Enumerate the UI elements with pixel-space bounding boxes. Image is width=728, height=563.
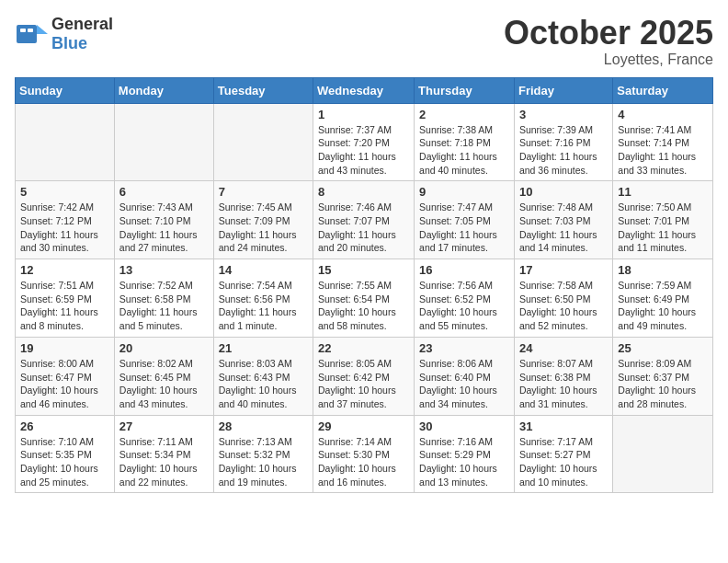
- calendar-cell: [16, 103, 115, 181]
- calendar-cell: 14Sunrise: 7:54 AMSunset: 6:56 PMDayligh…: [213, 259, 313, 338]
- calendar-cell: 22Sunrise: 8:05 AMSunset: 6:42 PMDayligh…: [313, 337, 415, 415]
- svg-rect-3: [28, 29, 33, 32]
- calendar-cell: 30Sunrise: 7:16 AMSunset: 5:29 PMDayligh…: [415, 415, 515, 493]
- day-info: Sunrise: 7:14 AMSunset: 5:30 PMDaylight:…: [318, 435, 409, 489]
- calendar-week-3: 12Sunrise: 7:51 AMSunset: 6:59 PMDayligh…: [16, 259, 713, 338]
- day-number: 31: [519, 419, 608, 433]
- day-number: 10: [519, 185, 608, 199]
- calendar-cell: 9Sunrise: 7:47 AMSunset: 7:05 PMDaylight…: [415, 181, 515, 259]
- logo-blue: Blue: [51, 34, 87, 52]
- day-info: Sunrise: 7:56 AMSunset: 6:52 PMDaylight:…: [419, 279, 509, 333]
- day-number: 21: [219, 341, 308, 355]
- day-number: 24: [519, 341, 608, 355]
- calendar-cell: 24Sunrise: 8:07 AMSunset: 6:38 PMDayligh…: [514, 337, 612, 415]
- title-area: October 2025 Loyettes, France: [504, 15, 713, 68]
- day-number: 25: [618, 341, 708, 355]
- logo-general: General: [51, 15, 113, 33]
- day-info: Sunrise: 7:54 AMSunset: 6:56 PMDaylight:…: [219, 279, 308, 333]
- calendar-cell: 6Sunrise: 7:43 AMSunset: 7:10 PMDaylight…: [114, 181, 213, 259]
- calendar-cell: 19Sunrise: 8:00 AMSunset: 6:47 PMDayligh…: [16, 337, 115, 415]
- calendar-cell: 15Sunrise: 7:55 AMSunset: 6:54 PMDayligh…: [313, 259, 415, 338]
- logo: General Blue: [15, 15, 113, 53]
- day-info: Sunrise: 7:48 AMSunset: 7:03 PMDaylight:…: [519, 201, 608, 255]
- calendar-cell: 16Sunrise: 7:56 AMSunset: 6:52 PMDayligh…: [415, 259, 515, 338]
- day-info: Sunrise: 7:42 AMSunset: 7:12 PMDaylight:…: [20, 201, 109, 255]
- day-info: Sunrise: 8:06 AMSunset: 6:40 PMDaylight:…: [419, 357, 509, 411]
- svg-marker-1: [37, 25, 48, 34]
- calendar-cell: 5Sunrise: 7:42 AMSunset: 7:12 PMDaylight…: [16, 181, 115, 259]
- day-info: Sunrise: 7:38 AMSunset: 7:18 PMDaylight:…: [419, 123, 509, 178]
- day-info: Sunrise: 8:05 AMSunset: 6:42 PMDaylight:…: [318, 357, 409, 411]
- day-info: Sunrise: 7:41 AMSunset: 7:14 PMDaylight:…: [618, 123, 708, 178]
- day-number: 28: [219, 419, 308, 433]
- day-number: 19: [20, 341, 109, 355]
- calendar-table: SundayMondayTuesdayWednesdayThursdayFrid…: [15, 77, 713, 494]
- day-info: Sunrise: 7:43 AMSunset: 7:10 PMDaylight:…: [119, 201, 209, 255]
- weekday-header-saturday: Saturday: [613, 77, 713, 103]
- day-number: 8: [318, 185, 409, 199]
- weekday-header-row: SundayMondayTuesdayWednesdayThursdayFrid…: [16, 77, 713, 103]
- calendar-week-4: 19Sunrise: 8:00 AMSunset: 6:47 PMDayligh…: [16, 337, 713, 415]
- day-number: 18: [618, 263, 708, 277]
- calendar-week-1: 1Sunrise: 7:37 AMSunset: 7:20 PMDaylight…: [16, 103, 713, 181]
- day-info: Sunrise: 7:13 AMSunset: 5:32 PMDaylight:…: [219, 435, 308, 489]
- page-header: General Blue October 2025 Loyettes, Fran…: [15, 15, 713, 68]
- calendar-cell: 18Sunrise: 7:59 AMSunset: 6:49 PMDayligh…: [613, 259, 713, 338]
- day-number: 7: [219, 185, 308, 199]
- day-number: 9: [419, 185, 509, 199]
- day-number: 3: [519, 108, 608, 121]
- day-info: Sunrise: 8:09 AMSunset: 6:37 PMDaylight:…: [618, 357, 708, 411]
- calendar-week-5: 26Sunrise: 7:10 AMSunset: 5:35 PMDayligh…: [16, 415, 713, 493]
- calendar-cell: 21Sunrise: 8:03 AMSunset: 6:43 PMDayligh…: [213, 337, 313, 415]
- calendar-cell: 12Sunrise: 7:51 AMSunset: 6:59 PMDayligh…: [16, 259, 115, 338]
- calendar-cell: 7Sunrise: 7:45 AMSunset: 7:09 PMDaylight…: [213, 181, 313, 259]
- day-number: 20: [119, 341, 209, 355]
- calendar-cell: 17Sunrise: 7:58 AMSunset: 6:50 PMDayligh…: [514, 259, 612, 338]
- weekday-header-monday: Monday: [114, 77, 213, 103]
- month-title: October 2025: [504, 15, 713, 52]
- day-number: 16: [419, 263, 509, 277]
- calendar-cell: 1Sunrise: 7:37 AMSunset: 7:20 PMDaylight…: [313, 103, 415, 181]
- day-number: 23: [419, 341, 509, 355]
- logo-icon: [15, 17, 48, 51]
- calendar-cell: 31Sunrise: 7:17 AMSunset: 5:27 PMDayligh…: [514, 415, 612, 493]
- day-number: 5: [20, 185, 109, 199]
- day-info: Sunrise: 8:03 AMSunset: 6:43 PMDaylight:…: [219, 357, 308, 411]
- location-title: Loyettes, France: [504, 52, 713, 68]
- calendar-cell: 27Sunrise: 7:11 AMSunset: 5:34 PMDayligh…: [114, 415, 213, 493]
- day-number: 14: [219, 263, 308, 277]
- day-info: Sunrise: 8:02 AMSunset: 6:45 PMDaylight:…: [119, 357, 209, 411]
- day-number: 15: [318, 263, 409, 277]
- day-info: Sunrise: 7:11 AMSunset: 5:34 PMDaylight:…: [119, 435, 209, 489]
- day-info: Sunrise: 7:52 AMSunset: 6:58 PMDaylight:…: [119, 279, 209, 333]
- weekday-header-tuesday: Tuesday: [213, 77, 313, 103]
- weekday-header-sunday: Sunday: [16, 77, 115, 103]
- calendar-week-2: 5Sunrise: 7:42 AMSunset: 7:12 PMDaylight…: [16, 181, 713, 259]
- calendar-cell: 29Sunrise: 7:14 AMSunset: 5:30 PMDayligh…: [313, 415, 415, 493]
- day-info: Sunrise: 7:37 AMSunset: 7:20 PMDaylight:…: [318, 123, 409, 178]
- day-info: Sunrise: 7:55 AMSunset: 6:54 PMDaylight:…: [318, 279, 409, 333]
- calendar-cell: 13Sunrise: 7:52 AMSunset: 6:58 PMDayligh…: [114, 259, 213, 338]
- calendar-cell: [613, 415, 713, 493]
- weekday-header-friday: Friday: [514, 77, 612, 103]
- day-info: Sunrise: 7:17 AMSunset: 5:27 PMDaylight:…: [519, 435, 608, 489]
- day-info: Sunrise: 7:16 AMSunset: 5:29 PMDaylight:…: [419, 435, 509, 489]
- calendar-cell: 26Sunrise: 7:10 AMSunset: 5:35 PMDayligh…: [16, 415, 115, 493]
- day-number: 22: [318, 341, 409, 355]
- day-number: 12: [20, 263, 109, 277]
- day-number: 6: [119, 185, 209, 199]
- day-number: 1: [318, 108, 409, 121]
- calendar-cell: 23Sunrise: 8:06 AMSunset: 6:40 PMDayligh…: [415, 337, 515, 415]
- day-info: Sunrise: 7:50 AMSunset: 7:01 PMDaylight:…: [618, 201, 708, 255]
- day-number: 17: [519, 263, 608, 277]
- day-number: 13: [119, 263, 209, 277]
- calendar-cell: 11Sunrise: 7:50 AMSunset: 7:01 PMDayligh…: [613, 181, 713, 259]
- day-info: Sunrise: 7:51 AMSunset: 6:59 PMDaylight:…: [20, 279, 109, 333]
- calendar-cell: 25Sunrise: 8:09 AMSunset: 6:37 PMDayligh…: [613, 337, 713, 415]
- day-info: Sunrise: 7:59 AMSunset: 6:49 PMDaylight:…: [618, 279, 708, 333]
- day-info: Sunrise: 8:00 AMSunset: 6:47 PMDaylight:…: [20, 357, 109, 411]
- day-info: Sunrise: 7:45 AMSunset: 7:09 PMDaylight:…: [219, 201, 308, 255]
- day-info: Sunrise: 8:07 AMSunset: 6:38 PMDaylight:…: [519, 357, 608, 411]
- day-number: 29: [318, 419, 409, 433]
- calendar-cell: [213, 103, 313, 181]
